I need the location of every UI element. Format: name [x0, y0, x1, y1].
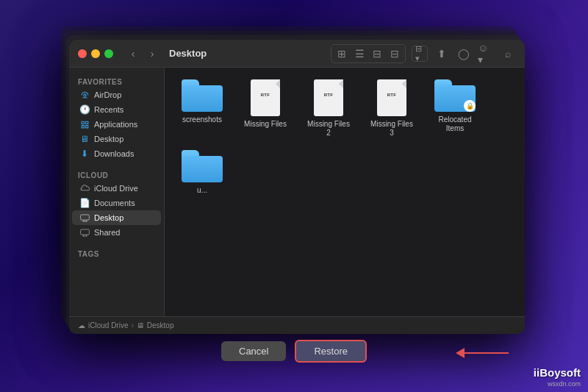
list-item[interactable]: RTF Missing Files 2	[303, 79, 354, 138]
desktop-breadcrumb-icon: 🖥	[137, 321, 144, 329]
doc-label: RTF	[387, 93, 397, 97]
sidebar-item-desktop[interactable]: Desktop	[72, 210, 161, 225]
traffic-lights	[78, 49, 113, 58]
documents-icon: 📄	[79, 198, 90, 208]
icloud-breadcrumb-label: iCloud Drive	[88, 321, 128, 329]
doc-label: RTF	[324, 93, 334, 97]
favorites-label: Favorites	[69, 74, 164, 88]
folder-icon: 🔒	[434, 79, 476, 112]
shared-icon	[79, 227, 90, 238]
breadcrumb: ☁ iCloud Drive › 🖥 Desktop	[78, 321, 174, 329]
sidebar: Favorites AirDrop 🕐 Recents	[69, 68, 165, 316]
desktop-label: Desktop	[94, 213, 123, 222]
applications-label: Applications	[94, 120, 137, 129]
list-item[interactable]: RTF Missing Files 3	[366, 79, 417, 138]
maximize-button[interactable]	[104, 49, 113, 58]
doc-icon: RTF	[251, 79, 280, 116]
arrow-line	[465, 352, 509, 354]
search-icon[interactable]: ⌕	[500, 46, 516, 62]
lock-icon: 🔒	[464, 100, 476, 112]
gallery-view-button[interactable]: ⊟	[387, 46, 403, 62]
downloads-icon: ⬇	[79, 149, 90, 159]
desktop-fav-icon: 🖥	[79, 134, 90, 144]
doc-icon: RTF	[314, 79, 343, 116]
group-icon[interactable]: ⊟ ▾	[412, 46, 428, 62]
file-name: Relocated Items	[429, 115, 481, 134]
close-button[interactable]	[78, 49, 87, 58]
recents-icon: 🕐	[79, 104, 90, 115]
sidebar-item-airdrop[interactable]: AirDrop	[72, 88, 161, 102]
status-bar: ☁ iCloud Drive › 🖥 Desktop	[69, 316, 525, 334]
list-item[interactable]: 🔒 Relocated Items	[429, 79, 481, 138]
doc-icon: RTF	[377, 79, 406, 116]
tags-label: Tags	[69, 246, 164, 260]
tag-icon[interactable]: ◯	[456, 46, 472, 62]
minimize-button[interactable]	[91, 49, 100, 58]
file-name: Missing Files 2	[303, 119, 354, 138]
window-title: Desktop	[169, 48, 207, 59]
sidebar-item-applications[interactable]: Applications	[72, 117, 161, 132]
brand-name: iBoysoft	[537, 366, 581, 379]
arrow-head	[456, 348, 465, 358]
content-area: Favorites AirDrop 🕐 Recents	[69, 68, 525, 316]
sidebar-item-icloud-drive[interactable]: iCloud Drive	[72, 181, 161, 196]
finder-window: ‹ › Desktop ⊞ ☰ ⊟ ⊟ ⊟ ▾ ⬆ ◯ ☺ ▾ ⌕ Favori…	[69, 40, 525, 334]
list-item[interactable]: screenshots	[176, 79, 228, 138]
sidebar-item-shared[interactable]: Shared	[72, 225, 161, 240]
svg-rect-1	[80, 214, 89, 219]
file-name: u...	[196, 185, 209, 196]
folder-icon	[182, 150, 223, 182]
file-area: screenshots RTF Missing Files RTF Missin…	[165, 68, 525, 316]
emoji-icon[interactable]: ☺ ▾	[478, 46, 494, 62]
documents-label: Documents	[94, 199, 135, 207]
svg-rect-5	[80, 229, 89, 234]
restore-button[interactable]: Restore	[295, 340, 367, 363]
view-icons[interactable]: ⊞ ☰ ⊟ ⊟	[331, 44, 406, 63]
shared-label: Shared	[94, 228, 120, 237]
breadcrumb-separator: ›	[131, 321, 133, 329]
icloud-label: iCloud	[69, 167, 164, 181]
back-button[interactable]: ‹	[125, 46, 141, 62]
file-name: Missing Files	[243, 119, 288, 129]
watermark-sub: wsxdn.com	[548, 380, 581, 388]
icloud-drive-label: iCloud Drive	[94, 184, 138, 193]
toolbar-icons: ⊞ ☰ ⊟ ⊟ ⊟ ▾ ⬆ ◯ ☺ ▾ ⌕	[331, 44, 516, 63]
sidebar-item-documents[interactable]: 📄 Documents	[72, 196, 161, 210]
forward-button[interactable]: ›	[144, 46, 160, 62]
file-name: Missing Files 3	[366, 119, 417, 138]
cancel-button[interactable]: Cancel	[221, 341, 286, 361]
applications-icon	[79, 119, 90, 129]
file-name: screenshots	[181, 115, 223, 125]
desktop-fav-label: Desktop	[94, 135, 123, 143]
desktop-icon	[79, 213, 90, 223]
list-view-button[interactable]: ☰	[351, 46, 368, 62]
share-icon[interactable]: ⬆	[434, 46, 450, 62]
nav-buttons: ‹ ›	[125, 46, 160, 62]
sidebar-item-desktop-fav[interactable]: 🖥 Desktop	[72, 132, 161, 146]
folder-icon	[182, 79, 223, 112]
desktop-breadcrumb-label: Desktop	[147, 321, 174, 329]
list-item[interactable]: RTF Missing Files	[240, 79, 291, 138]
airdrop-icon	[79, 90, 90, 100]
svg-point-0	[83, 93, 85, 96]
sidebar-item-recents[interactable]: 🕐 Recents	[72, 102, 161, 117]
icloud-drive-icon	[79, 183, 90, 193]
recents-label: Recents	[94, 105, 123, 114]
restore-arrow-annotation	[456, 348, 509, 358]
column-view-button[interactable]: ⊟	[369, 46, 385, 62]
downloads-label: Downloads	[94, 149, 134, 158]
list-item[interactable]: u...	[176, 150, 228, 196]
icloud-breadcrumb-icon: ☁	[78, 321, 85, 329]
title-bar: ‹ › Desktop ⊞ ☰ ⊟ ⊟ ⊟ ▾ ⬆ ◯ ☺ ▾ ⌕	[69, 40, 525, 68]
watermark: iiBoysoft	[534, 366, 581, 379]
sidebar-item-downloads[interactable]: ⬇ Downloads	[72, 146, 161, 161]
airdrop-label: AirDrop	[94, 90, 121, 99]
icon-view-button[interactable]: ⊞	[334, 46, 350, 62]
doc-label: RTF	[261, 93, 270, 97]
